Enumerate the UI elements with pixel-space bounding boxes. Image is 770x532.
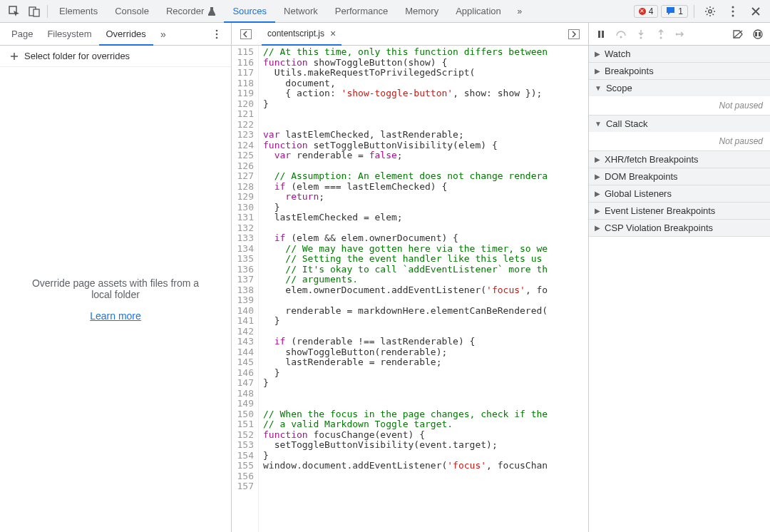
svg-line-9 [713, 14, 714, 15]
tab-performance[interactable]: Performance [327, 0, 396, 23]
section-xhr: ▶XHR/fetch Breakpoints [589, 151, 770, 168]
debugger-toolbar [589, 23, 770, 46]
dom-header[interactable]: ▶DOM Breakpoints [589, 168, 770, 185]
svg-point-12 [732, 6, 734, 8]
more-nav-tabs-icon[interactable]: » [153, 24, 173, 44]
select-folder-button[interactable]: Select folder for overrides [0, 46, 231, 67]
section-watch: ▶Watch [589, 46, 770, 63]
pause-icon[interactable] [593, 26, 609, 42]
inspect-icon[interactable] [4, 1, 24, 21]
svg-rect-21 [602, 31, 604, 38]
svg-rect-29 [759, 32, 761, 36]
step-out-icon[interactable] [653, 26, 669, 42]
deactivate-breakpoints-icon[interactable] [730, 26, 746, 42]
svg-point-25 [676, 33, 678, 35]
svg-rect-28 [755, 32, 757, 36]
step-icon[interactable] [673, 26, 689, 42]
step-into-icon[interactable] [633, 26, 649, 42]
message-icon [666, 6, 675, 16]
overrides-empty-state: Override page assets with files from a l… [0, 67, 231, 532]
error-count-badge[interactable]: ✕4 [634, 5, 659, 18]
gear-icon[interactable] [700, 1, 720, 21]
debugger-panel: ▶Watch ▶Breakpoints ▼Scope Not paused ▼C… [588, 23, 770, 532]
tab-memory[interactable]: Memory [396, 0, 447, 23]
global-header[interactable]: ▶Global Listeners [589, 185, 770, 202]
svg-line-11 [713, 8, 714, 9]
svg-point-27 [754, 30, 762, 39]
code-editor[interactable]: // At this time, only this function diff… [259, 46, 588, 532]
svg-rect-18 [241, 29, 252, 39]
breakpoints-header[interactable]: ▶Breakpoints [589, 63, 770, 79]
svg-line-8 [707, 8, 708, 9]
file-tab-contentscript[interactable]: contentscript.js × [262, 23, 342, 46]
tab-overrides[interactable]: Overrides [99, 23, 153, 46]
section-breakpoints: ▶Breakpoints [589, 63, 770, 80]
svg-point-13 [732, 10, 734, 12]
section-event: ▶Event Listener Breakpoints [589, 203, 770, 220]
tab-console[interactable]: Console [106, 0, 158, 23]
tab-sources[interactable]: Sources [224, 0, 275, 23]
flask-icon [208, 7, 215, 16]
svg-rect-19 [569, 29, 580, 39]
section-dom: ▶DOM Breakpoints [589, 168, 770, 185]
svg-point-23 [640, 36, 642, 39]
callstack-header[interactable]: ▼Call Stack [589, 116, 770, 132]
svg-point-3 [709, 9, 712, 12]
devtools-toolbar: Elements Console Recorder Sources Networ… [0, 0, 770, 23]
close-tab-icon[interactable]: × [330, 28, 336, 39]
svg-point-16 [216, 33, 218, 35]
empty-message: Override page assets with files from a l… [21, 277, 210, 300]
section-callstack: ▼Call Stack Not paused [589, 116, 770, 151]
csp-header[interactable]: ▶CSP Violation Breakpoints [589, 220, 770, 236]
svg-point-22 [620, 36, 622, 38]
device-icon[interactable] [24, 1, 44, 21]
svg-rect-20 [598, 31, 600, 38]
plus-icon [10, 52, 19, 61]
svg-rect-2 [34, 9, 39, 16]
section-global: ▶Global Listeners [589, 185, 770, 203]
svg-line-10 [707, 14, 708, 15]
callstack-not-paused: Not paused [589, 132, 770, 150]
tab-filesystem[interactable]: Filesystem [40, 23, 98, 46]
kebab-icon[interactable] [723, 1, 743, 21]
tab-network[interactable]: Network [275, 0, 327, 23]
svg-point-17 [216, 36, 218, 39]
message-count-badge[interactable]: 1 [661, 5, 688, 18]
toggle-debugger-icon[interactable] [564, 24, 584, 44]
scope-header[interactable]: ▼Scope [589, 80, 770, 96]
nav-kebab-icon[interactable] [207, 24, 227, 44]
tab-page[interactable]: Page [4, 23, 40, 46]
svg-point-24 [660, 36, 662, 39]
learn-more-link[interactable]: Learn more [90, 310, 141, 322]
more-tabs-icon[interactable]: » [510, 1, 530, 21]
section-scope: ▼Scope Not paused [589, 80, 770, 116]
watch-header[interactable]: ▶Watch [589, 46, 770, 62]
main-tabs: Elements Console Recorder Sources Networ… [51, 0, 634, 23]
tab-application[interactable]: Application [447, 0, 510, 23]
xhr-header[interactable]: ▶XHR/fetch Breakpoints [589, 151, 770, 168]
step-over-icon[interactable] [613, 26, 629, 42]
scope-not-paused: Not paused [589, 96, 770, 115]
section-csp: ▶CSP Violation Breakpoints [589, 220, 770, 237]
svg-line-26 [734, 31, 742, 38]
toggle-navigator-icon[interactable] [236, 24, 256, 44]
close-icon[interactable] [746, 1, 766, 21]
editor-panel: contentscript.js × 115 116 117 118 119 1… [232, 23, 588, 532]
line-number-gutter[interactable]: 115 116 117 118 119 120 121 122 123 124 … [232, 46, 259, 532]
tab-elements[interactable]: Elements [51, 0, 106, 23]
svg-point-15 [216, 29, 218, 31]
tab-recorder[interactable]: Recorder [158, 0, 224, 23]
file-name: contentscript.js [267, 29, 324, 39]
navigator-panel: Page Filesystem Overrides » Select folde… [0, 23, 232, 532]
pause-on-exceptions-icon[interactable] [750, 26, 766, 42]
event-header[interactable]: ▶Event Listener Breakpoints [589, 203, 770, 219]
svg-point-14 [732, 14, 734, 16]
